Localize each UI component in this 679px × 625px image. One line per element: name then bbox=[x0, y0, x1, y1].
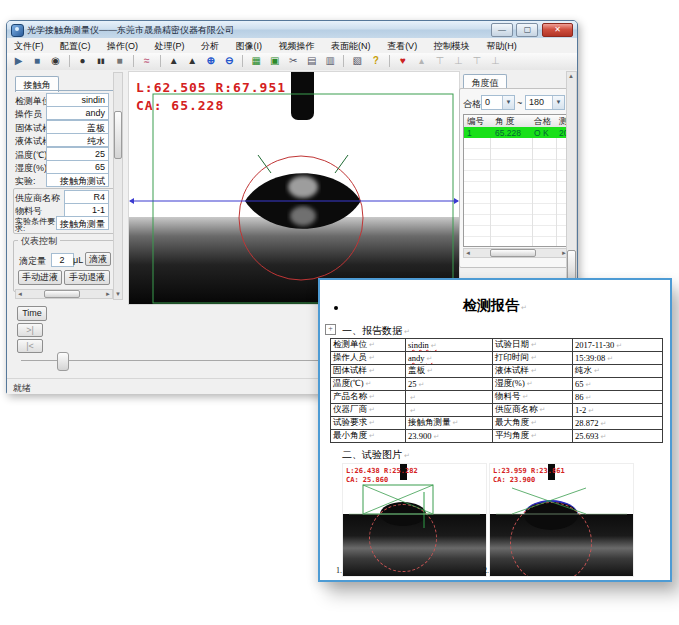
maximize-button[interactable]: ▢ bbox=[516, 23, 538, 37]
caption-buttons: — ▢ ✕ bbox=[490, 23, 573, 35]
condition-input[interactable]: 接触角测量 bbox=[56, 216, 109, 230]
move-up2-icon[interactable]: ▲ bbox=[185, 54, 200, 68]
menu-control-module[interactable]: 控制模块 bbox=[427, 38, 477, 53]
record-icon[interactable]: ● bbox=[75, 54, 90, 68]
angle-tool-1-icon[interactable]: ▴ bbox=[414, 54, 429, 68]
field-label: 实验条件要求: bbox=[15, 218, 57, 232]
angle-tool-5-icon[interactable]: ⊥ bbox=[488, 54, 503, 68]
field-row: 湿度(%) 65 bbox=[15, 160, 111, 173]
camera-icon[interactable]: ◉ bbox=[48, 54, 63, 68]
min-angle-combo[interactable]: 0▼ bbox=[481, 95, 515, 110]
curve-icon[interactable]: ≈ bbox=[139, 54, 154, 68]
menu-image[interactable]: 图像(I) bbox=[229, 38, 270, 53]
field-row: 实验条件要求: 接触角测量 bbox=[15, 216, 111, 232]
supplier-input[interactable]: R4 bbox=[64, 190, 109, 204]
title-bar[interactable]: 光学接触角测量仪——东莞市晟鼎精密仪器有限公司 — ▢ ✕ bbox=[7, 21, 577, 38]
angle-table[interactable]: 编号 角 度 合格 测 1 65.228 O K 20 bbox=[463, 114, 569, 247]
zoom-in-icon[interactable]: ⊕ bbox=[203, 54, 218, 68]
manual-out-button[interactable]: 手动退液 bbox=[64, 270, 110, 285]
test-image-2: L:23.959 R:23.861 CA: 23.900 bbox=[489, 463, 634, 577]
angle-tool-2-icon[interactable]: ⊤ bbox=[432, 54, 447, 68]
time-button[interactable]: Time bbox=[17, 306, 47, 321]
copy-icon[interactable]: ▤ bbox=[304, 54, 319, 68]
zoom-out-icon[interactable]: ⊖ bbox=[222, 54, 237, 68]
stop-large-icon[interactable]: ■ bbox=[112, 54, 127, 68]
temperature-input[interactable]: 25 bbox=[46, 147, 109, 161]
table-row: 仪器厂商 供应商名称1-2 bbox=[331, 404, 663, 417]
prev-frame-button[interactable]: |< bbox=[17, 339, 43, 353]
tab-strip-line bbox=[15, 90, 113, 91]
timeline-slider-thumb[interactable] bbox=[57, 352, 69, 371]
snapshot-icon[interactable]: ▣ bbox=[267, 54, 282, 68]
test-image-1: L:26.438 R:25.282 CA: 25.860 bbox=[342, 463, 487, 577]
move-up-icon[interactable]: ▲ bbox=[166, 54, 181, 68]
cut-icon[interactable]: ✂ bbox=[286, 54, 301, 68]
report-title: 检测报告 bbox=[320, 297, 670, 315]
menu-help[interactable]: 帮助(H) bbox=[479, 38, 524, 53]
window-vscrollbar[interactable]: ▲ ▼ bbox=[566, 71, 577, 305]
humidity-input[interactable]: 65 bbox=[46, 160, 109, 174]
left-panel-vscrollbar[interactable]: ▼ bbox=[113, 72, 123, 300]
menu-analyze[interactable]: 分析 bbox=[194, 38, 226, 53]
play-icon[interactable]: ▶ bbox=[11, 54, 26, 68]
pause-icon[interactable]: ▮▮ bbox=[94, 54, 109, 68]
field-row: 操作员 andy bbox=[15, 106, 111, 119]
drop-volume-label: 滴定量 bbox=[19, 255, 46, 268]
left-panel-hscrollbar[interactable]: ◄ ► bbox=[15, 289, 113, 299]
report-table: 检测单位sindin 试验日期2017-11-30 操作人员andy 打印时间1… bbox=[330, 338, 663, 443]
angle-table-hscrollbar[interactable]: ◄ ► bbox=[463, 248, 569, 258]
next-frame-button[interactable]: >| bbox=[17, 323, 43, 337]
close-button[interactable]: ✕ bbox=[542, 23, 573, 37]
screen: 光学接触角测量仪——东莞市晟鼎精密仪器有限公司 — ▢ ✕ 文件(F) 配置(C… bbox=[0, 0, 679, 625]
stop-icon[interactable]: ■ bbox=[30, 54, 45, 68]
angle-tool-3-icon[interactable]: ⊥ bbox=[451, 54, 466, 68]
drop-volume-input[interactable]: 2 bbox=[51, 253, 74, 267]
tangent-left bbox=[258, 155, 271, 173]
tangent-right bbox=[335, 155, 348, 173]
menu-bar: 文件(F) 配置(C) 操作(O) 处理(P) 分析 图像(I) 视频操作 表面… bbox=[7, 38, 577, 54]
material-no-input[interactable]: 1-1 bbox=[64, 203, 109, 217]
table-row: 产品名称 物料号86 bbox=[331, 391, 663, 404]
menu-config[interactable]: 配置(C) bbox=[53, 38, 98, 53]
pass-filter-label: 合格 bbox=[463, 98, 481, 111]
microliter-unit: μL bbox=[73, 255, 83, 265]
manual-in-button[interactable]: 手动进液 bbox=[18, 270, 62, 285]
minimize-button[interactable]: — bbox=[491, 23, 513, 37]
ca-readout: CA: 23.900 bbox=[493, 476, 535, 484]
dispense-button[interactable]: 滴液 bbox=[85, 252, 111, 266]
menu-view[interactable]: 查看(V) bbox=[380, 38, 424, 53]
liquid-sample-input[interactable]: 纯水 bbox=[46, 133, 109, 147]
operator-input[interactable]: andy bbox=[46, 106, 109, 120]
experiment-input[interactable]: 接触角测试 bbox=[46, 173, 109, 187]
help-icon[interactable]: ? bbox=[368, 54, 383, 68]
max-angle-combo[interactable]: 180▼ bbox=[525, 95, 565, 110]
report-window[interactable]: 检测报告 + 一、报告数据 检测单位sindin 试验日期2017-11-30 … bbox=[318, 278, 672, 582]
image-2-label: 2. bbox=[483, 566, 489, 575]
ca-readout: CA: 25.860 bbox=[346, 476, 388, 484]
solid-sample-input[interactable]: 盖板 bbox=[46, 120, 109, 134]
lr-readout: L:26.438 R:25.282 bbox=[346, 467, 418, 475]
tilde-label: ~ bbox=[517, 98, 522, 108]
video-icon[interactable]: ▦ bbox=[249, 54, 264, 68]
angle-tool-4-icon[interactable]: ⊤ bbox=[469, 54, 484, 68]
field-row: 检测单位 sindin bbox=[15, 93, 111, 106]
angle-table-row-selected[interactable]: 1 65.228 O K 20 bbox=[464, 127, 568, 138]
image-1-label: 1. bbox=[336, 566, 342, 575]
field-row: 固体试样 盖板 bbox=[15, 120, 111, 133]
video-view[interactable]: L:62.505 R:67.951 CA: 65.228 bbox=[128, 71, 460, 305]
meter-group-title: 仪表控制 bbox=[18, 235, 60, 248]
paste-icon[interactable]: ▥ bbox=[323, 54, 338, 68]
report-section-data: 一、报告数据 bbox=[342, 324, 410, 338]
empty-rows bbox=[464, 138, 568, 246]
detect-unit-input[interactable]: sindin bbox=[46, 93, 109, 107]
menu-operate[interactable]: 操作(O) bbox=[100, 38, 145, 53]
print-icon[interactable]: ▧ bbox=[350, 54, 365, 68]
dose-icon[interactable]: ♥ bbox=[395, 54, 410, 68]
field-row: 实验: 接触角测试 bbox=[15, 173, 111, 186]
menu-file[interactable]: 文件(F) bbox=[7, 38, 51, 53]
menu-surface-energy[interactable]: 表面能(N) bbox=[324, 38, 378, 53]
outline-expand-icon[interactable]: + bbox=[325, 324, 336, 335]
table-row: 操作人员andy 打印时间15:39:08 bbox=[331, 352, 663, 365]
menu-video-op[interactable]: 视频操作 bbox=[272, 38, 322, 53]
menu-process[interactable]: 处理(P) bbox=[148, 38, 192, 53]
